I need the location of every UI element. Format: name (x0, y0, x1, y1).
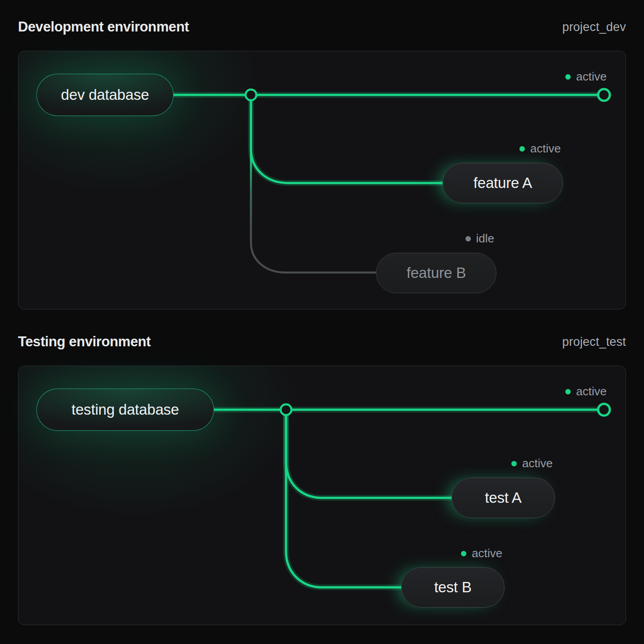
test-main-status-badge: active (565, 385, 607, 398)
dev-main-endpoint-icon (598, 89, 610, 101)
feature-b-status-badge: idle (465, 232, 494, 246)
dev-panel: active dev database active feature A idl… (18, 51, 626, 309)
status-label: active (576, 70, 607, 84)
test-panel: active testing database active test A ac… (18, 366, 626, 625)
active-dot-icon (565, 74, 571, 80)
dev-section-title: Development environment (18, 19, 189, 35)
dev-branch-a-connector (251, 95, 443, 183)
feature-b-node[interactable]: feature B (376, 253, 496, 293)
status-label: active (522, 456, 553, 470)
dev-junction-icon (246, 89, 256, 100)
test-main-endpoint-icon (598, 404, 610, 416)
dev-database-node[interactable]: dev database (36, 74, 174, 116)
dev-database-label: dev database (61, 86, 149, 103)
status-label: active (530, 142, 561, 156)
status-label: active (576, 385, 607, 398)
test-a-status-badge: active (511, 456, 553, 470)
status-label: active (472, 546, 502, 560)
test-b-node[interactable]: test B (401, 567, 505, 608)
dev-section-header: Development environment project_dev (18, 18, 626, 36)
test-branch-a-connector (286, 410, 452, 498)
test-a-label: test A (485, 489, 521, 506)
test-section-title: Testing environment (18, 334, 151, 350)
idle-dot-icon (465, 236, 471, 242)
testing-database-label: testing database (72, 401, 179, 418)
feature-b-label: feature B (407, 264, 466, 282)
test-section-header: Testing environment project_test (18, 333, 626, 351)
test-junction-icon (281, 404, 291, 415)
active-dot-icon (565, 389, 571, 394)
dev-project-label: project_dev (562, 20, 626, 34)
page: Development environment project_dev (0, 0, 644, 644)
test-a-node[interactable]: test A (452, 478, 555, 518)
test-project-label: project_test (562, 335, 626, 349)
feature-a-node[interactable]: feature A (443, 163, 563, 203)
test-b-label: test B (434, 579, 471, 596)
dev-main-status-badge: active (565, 70, 607, 84)
feature-a-label: feature A (474, 174, 532, 192)
testing-database-node[interactable]: testing database (36, 389, 214, 431)
status-label: idle (476, 232, 494, 246)
active-dot-icon (511, 461, 517, 466)
test-b-status-badge: active (461, 546, 502, 560)
active-dot-icon (461, 551, 466, 556)
active-dot-icon (519, 146, 525, 152)
feature-a-status-badge: active (519, 142, 561, 156)
